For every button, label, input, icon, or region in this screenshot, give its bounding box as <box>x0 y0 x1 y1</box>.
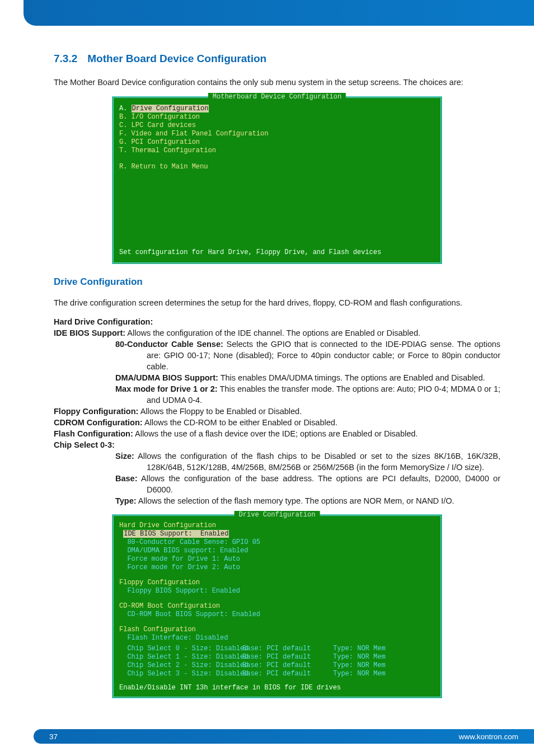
bios-menu-item[interactable]: G. PCI Configuration <box>119 138 435 147</box>
page-number: 37 <box>49 732 58 741</box>
bios-menu-drive-config: Drive Configuration Hard Drive Configura… <box>112 514 442 698</box>
def-flash: Flash Configuration: Allows the use of a… <box>54 428 500 439</box>
hard-drive-heading: Hard Drive Configuration: <box>54 316 500 327</box>
section-heading: 7.3.2Mother Board Device Configuration <box>54 53 500 65</box>
document-page: 7.3.2Mother Board Device Configuration T… <box>0 0 534 756</box>
footer-url: www.kontron.com <box>458 732 518 741</box>
bios-menu-item[interactable]: C. LPC Card devices <box>119 121 435 130</box>
chip-row[interactable]: Chip Select 2 - Size: DisabledBase: PCI … <box>119 661 435 670</box>
header-band <box>24 0 534 26</box>
page-footer: 37 www.kontron.com <box>34 729 534 744</box>
def-type: Type: Allows the selection of the flash … <box>54 495 500 506</box>
bios-line[interactable]: CD-ROM Boot BIOS Support: Enabled <box>119 611 435 619</box>
def-dma-udma: DMA/UDMA BIOS Support: This enables DMA/… <box>54 372 500 383</box>
bios-menu-item[interactable]: T. Thermal Configuration <box>119 147 435 155</box>
bios-status-line: Enable/Disable INT 13h interface in BIOS… <box>119 684 435 692</box>
bios-line[interactable]: DMA/UDMA BIOS support: Enabled <box>119 547 435 555</box>
bios-line[interactable]: Force mode for Drive 1: Auto <box>119 555 435 564</box>
section-number: 7.3.2 <box>54 53 77 64</box>
bios-menu-item[interactable]: A. Drive Configuration <box>119 105 435 113</box>
def-cdrom: CDROM Configuration: Allows the CD-ROM t… <box>54 417 500 428</box>
bios-flash-heading: Flash Configuration <box>119 626 435 634</box>
bios-line[interactable]: Flash Interface: Disabled <box>119 634 435 642</box>
bios-line[interactable]: Floppy BIOS Support: Enabled <box>119 587 435 595</box>
section-title: Mother Board Device Configuration <box>87 53 266 64</box>
bios-hd-heading: Hard Drive Configuration <box>119 522 435 530</box>
definitions-block: Hard Drive Configuration: IDE BIOS Suppo… <box>54 316 500 506</box>
page-content: 7.3.2Mother Board Device Configuration T… <box>0 26 534 698</box>
chip-select-heading: Chip Select 0-3: <box>54 439 500 450</box>
subsection-intro: The drive configuration screen determine… <box>54 298 500 309</box>
def-floppy: Floppy Configuration: Allows the Floppy … <box>54 406 500 417</box>
def-cable-sense: 80-Conductor Cable Sense: Selects the GP… <box>54 339 500 372</box>
intro-paragraph: The Mother Board Device configuration co… <box>54 77 500 88</box>
bios-menu-item[interactable]: F. Video and Flat Panel Configuration <box>119 130 435 138</box>
chip-row[interactable]: Chip Select 0 - Size: DisabledBase: PCI … <box>119 645 435 653</box>
bios-line[interactable]: 80-Conductor Cable Sense: GPIO 05 <box>119 538 435 547</box>
def-base: Base: Allows the configuration of the ba… <box>54 473 500 495</box>
chip-row[interactable]: Chip Select 1 - Size: DisabledBase: PCI … <box>119 653 435 661</box>
bios-title: Motherboard Device Configuration <box>208 93 346 101</box>
bios-menu-motherboard: Motherboard Device Configuration A. Driv… <box>112 96 442 264</box>
chip-row[interactable]: Chip Select 3 - Size: DisabledBase: PCI … <box>119 670 435 678</box>
chip-select-table: Chip Select 0 - Size: DisabledBase: PCI … <box>119 645 435 678</box>
bios-menu-item[interactable]: B. I/O Configuration <box>119 113 435 121</box>
bios-ide-line[interactable]: IDE BIOS Support: Enabled <box>119 530 435 538</box>
bios-line[interactable]: Force mode for Drive 2: Auto <box>119 564 435 572</box>
def-size: Size: Allows the configuration of the fl… <box>54 450 500 473</box>
def-ide-bios: IDE BIOS Support: Allows the configurati… <box>54 327 500 339</box>
bios-cdrom-heading: CD-ROM Boot Configuration <box>119 602 435 611</box>
def-max-mode: Max mode for Drive 1 or 2: This enables … <box>54 383 500 406</box>
bios-status-line: Set configuration for Hard Drive, Floppy… <box>119 248 435 257</box>
bios-menu-return[interactable]: R. Return to Main Menu <box>119 163 435 171</box>
subsection-heading: Drive Configuration <box>54 276 500 288</box>
bios-title: Drive Configuration <box>235 511 320 519</box>
bios-floppy-heading: Floppy Configuration <box>119 579 435 587</box>
